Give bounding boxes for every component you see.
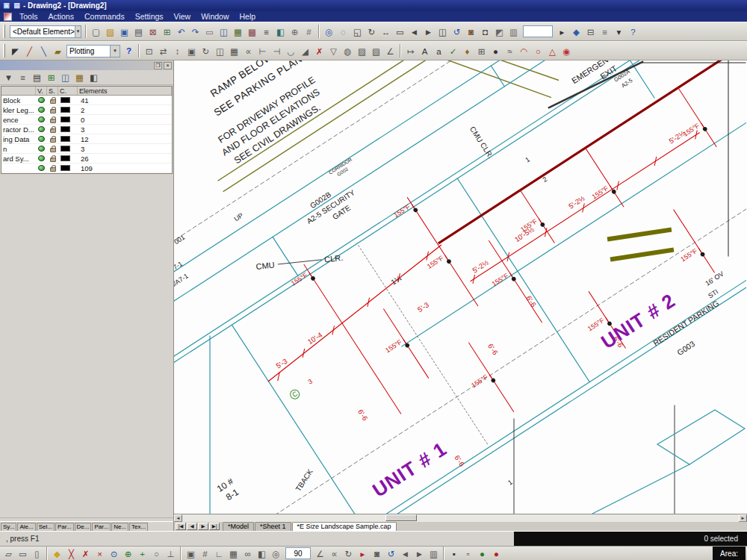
- level-snap-toggle[interactable]: [47, 135, 58, 143]
- active-element-combo[interactable]: <Default Element> ▼: [10, 25, 81, 38]
- manipulate-icon[interactable]: ⇄: [157, 45, 170, 57]
- redline-icon[interactable]: ◉: [560, 45, 573, 57]
- level-visibility-toggle[interactable]: [36, 116, 47, 122]
- level-lock-icon[interactable]: ◧: [255, 547, 268, 560]
- tags-icon[interactable]: ♦: [461, 45, 474, 57]
- snap-perpendicular-icon[interactable]: ⊥: [164, 547, 177, 560]
- toolbar-key-in-field[interactable]: [523, 25, 553, 37]
- level-filter-icon[interactable]: ▼: [2, 72, 15, 84]
- chevron-down-icon[interactable]: ▼: [110, 46, 120, 57]
- dock-tab-3[interactable]: Sel...: [37, 523, 55, 531]
- locks-icon[interactable]: ▣: [185, 547, 197, 560]
- document-menu-icon[interactable]: [4, 13, 12, 21]
- level-color-cell[interactable]: [58, 165, 78, 171]
- measure-icon[interactable]: ∠: [384, 45, 397, 57]
- dock-tab-6[interactable]: Par...: [92, 523, 111, 531]
- level-settings-icon[interactable]: ◧: [87, 72, 100, 84]
- level-library-icon[interactable]: ◫: [59, 72, 72, 84]
- accusnap-icon[interactable]: ◆: [51, 547, 63, 560]
- level-usage-icon[interactable]: ▦: [73, 72, 86, 84]
- level-visibility-toggle[interactable]: [36, 165, 47, 171]
- level-color-cell[interactable]: [58, 155, 78, 161]
- window-2-icon[interactable]: ▭: [16, 547, 29, 560]
- scroll-right-arrow[interactable]: ►: [739, 514, 747, 522]
- active-angle-field[interactable]: [285, 547, 311, 559]
- hatch-icon[interactable]: ▨: [356, 45, 368, 57]
- panel-header[interactable]: ❐ ×: [0, 60, 173, 70]
- menu-item-actions[interactable]: Actions: [43, 12, 79, 21]
- select-prev-icon[interactable]: ◄: [399, 547, 412, 560]
- undo-icon[interactable]: ↶: [175, 25, 187, 38]
- level-visibility-toggle[interactable]: [36, 155, 47, 161]
- column-name[interactable]: [1, 87, 36, 95]
- menu-item-settings[interactable]: Settings: [130, 12, 169, 21]
- title-bar[interactable]: ▣ ▤ - Drawing2 - [Drawing2]: [0, 0, 747, 11]
- redo-icon[interactable]: ↷: [189, 25, 202, 38]
- level-visibility-toggle[interactable]: [36, 136, 47, 142]
- scale-icon[interactable]: ∝: [242, 45, 255, 57]
- level-row[interactable]: ence0: [1, 115, 172, 125]
- assoc-lock-icon[interactable]: ∞: [241, 547, 254, 560]
- arc-icon[interactable]: ◠: [518, 45, 530, 57]
- level-table-header[interactable]: V. S. C. Elements: [1, 87, 172, 96]
- smartline-icon[interactable]: ╱: [23, 45, 36, 57]
- tab-nav-button-2[interactable]: ◀: [187, 523, 197, 530]
- open-file-icon[interactable]: ▧: [104, 25, 117, 38]
- view-previous-icon[interactable]: ◄: [408, 25, 421, 38]
- rotate-view-icon[interactable]: ↻: [365, 25, 378, 38]
- pattern-icon[interactable]: ▧: [370, 45, 382, 57]
- tool-help-icon[interactable]: ?: [123, 45, 135, 57]
- chamfer-icon[interactable]: ◢: [299, 45, 311, 57]
- horizontal-scrollbar[interactable]: ◄ ►: [174, 514, 747, 521]
- level-row[interactable]: ard Sy...26: [1, 154, 172, 164]
- ellipse-icon[interactable]: ○: [532, 45, 545, 57]
- toolbar-grip[interactable]: [3, 44, 5, 57]
- window-area-icon[interactable]: ▭: [394, 25, 406, 38]
- delete-element-icon[interactable]: ⊠: [146, 25, 159, 38]
- dialog-icon[interactable]: ▥: [427, 547, 440, 560]
- level-row[interactable]: Block41: [1, 96, 172, 105]
- drop-element-icon[interactable]: ▽: [327, 45, 340, 57]
- tasks-icon[interactable]: ▾: [613, 25, 625, 38]
- models-icon[interactable]: ◫: [217, 25, 230, 38]
- grid-lock-icon[interactable]: #: [199, 547, 211, 560]
- message-icon[interactable]: ◙: [371, 547, 383, 560]
- sheet-tab-2[interactable]: *Sheet 1: [255, 522, 291, 531]
- move-icon[interactable]: ↕: [171, 45, 184, 57]
- history-icon[interactable]: ↺: [385, 547, 397, 560]
- selection-arrow-icon[interactable]: ◤: [9, 45, 22, 57]
- level-snap-toggle[interactable]: [47, 164, 58, 172]
- level-visibility-toggle[interactable]: [36, 97, 47, 103]
- scroll-left-arrow[interactable]: ◄: [174, 514, 182, 522]
- dock-tab-8[interactable]: Tex...: [129, 523, 148, 531]
- place-point-icon[interactable]: ●: [489, 45, 502, 57]
- axis-lock-icon[interactable]: ∟: [213, 547, 226, 560]
- snap-keypoint-icon[interactable]: ✗: [79, 547, 92, 560]
- level-snap-toggle[interactable]: [47, 116, 58, 123]
- panel-close-button[interactable]: ×: [164, 62, 172, 69]
- snap-center-icon[interactable]: ⊙: [108, 547, 120, 560]
- pan-view-icon[interactable]: ↔: [379, 25, 392, 38]
- zoom-out-icon[interactable]: ◌: [337, 25, 350, 38]
- sheet-tab-1[interactable]: *Model: [223, 522, 254, 531]
- plotting-combo[interactable]: Plotting ▼: [66, 45, 120, 57]
- dimension-icon[interactable]: ↦: [404, 45, 417, 57]
- acs-icon[interactable]: ⊕: [288, 25, 301, 38]
- active-scale-icon[interactable]: ∝: [328, 547, 341, 560]
- level-row[interactable]: 109: [1, 164, 172, 173]
- dock-tab-5[interactable]: De...: [75, 523, 92, 531]
- menu-item-commands[interactable]: Commands: [79, 12, 130, 21]
- window-1-icon[interactable]: ▱: [2, 547, 15, 560]
- drawing-canvas[interactable]: 155°F 155°F 155°F 155°F 155°F 155°F 155°…: [174, 60, 747, 514]
- tab-nav-button-3[interactable]: ▶: [198, 523, 208, 530]
- key-in-icon[interactable]: ▸: [556, 25, 568, 38]
- level-snap-toggle[interactable]: [47, 106, 58, 113]
- tab-nav-button-4[interactable]: ▶|: [209, 523, 220, 530]
- menu-item-help[interactable]: Help: [235, 12, 261, 21]
- ok-status-icon[interactable]: ●: [476, 547, 489, 560]
- level-visibility-toggle[interactable]: [36, 126, 47, 132]
- unit-lock-icon[interactable]: ▦: [227, 547, 240, 560]
- properties-icon[interactable]: ≡: [598, 25, 611, 38]
- dock-tab-2[interactable]: Ale...: [17, 523, 35, 531]
- panel-restore-button[interactable]: ❐: [154, 62, 162, 69]
